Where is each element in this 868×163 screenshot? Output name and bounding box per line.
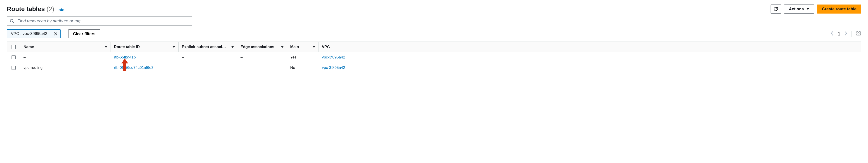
close-icon <box>54 32 57 36</box>
cell-main: Yes <box>287 55 319 60</box>
filter-chip-text: VPC : vpc-3f895a42 <box>8 31 50 36</box>
svg-line-1 <box>13 22 14 23</box>
column-header-main[interactable]: Main <box>287 42 319 52</box>
page-title: Route tables (2) <box>7 5 54 13</box>
column-header-edge-label: Edge associations <box>241 45 274 49</box>
column-header-explicit-label: Explicit subnet associ… <box>182 45 226 49</box>
route-table-id-link[interactable]: rtb-65fba41b <box>114 55 135 59</box>
route-table-id-link[interactable]: rtb-0f956cd74c01af6e3 <box>114 65 153 70</box>
title-text: Route tables <box>7 5 45 12</box>
cell-name: – <box>20 55 111 60</box>
cell-main: No <box>287 65 319 70</box>
chevron-left-icon <box>831 31 834 36</box>
svg-point-4 <box>858 33 859 34</box>
vpc-link[interactable]: vpc-3f895a42 <box>322 55 345 59</box>
gear-icon <box>856 31 861 36</box>
pager-prev-button[interactable] <box>831 31 834 37</box>
filter-chip-vpc[interactable]: VPC : vpc-3f895a42 <box>7 29 61 38</box>
cell-edge-assoc: – <box>237 65 287 70</box>
filter-chip-close-icon[interactable] <box>51 30 60 38</box>
column-header-main-label: Main <box>290 45 299 49</box>
sort-icon <box>173 46 175 48</box>
cell-explicit-assoc: – <box>179 55 237 60</box>
pager-next-button[interactable] <box>844 31 847 37</box>
column-header-explicit-assoc[interactable]: Explicit subnet associ… <box>179 42 237 52</box>
column-header-vpc-label: VPC <box>322 45 330 49</box>
create-route-table-button[interactable]: Create route table <box>817 4 861 13</box>
column-header-edge-assoc[interactable]: Edge associations <box>237 42 287 52</box>
select-all-checkbox[interactable] <box>11 45 16 49</box>
sort-icon <box>105 46 107 48</box>
row-checkbox[interactable] <box>11 55 16 59</box>
search-box[interactable] <box>7 16 192 26</box>
sort-icon <box>231 46 234 48</box>
cell-name: vpc-routing <box>20 65 111 70</box>
row-checkbox[interactable] <box>11 66 16 70</box>
actions-button[interactable]: Actions <box>784 4 814 13</box>
cell-edge-assoc: – <box>237 55 287 60</box>
actions-label: Actions <box>789 7 804 11</box>
table-row: vpc-routing rtb-0f956cd74c01af6e3 – – No… <box>7 63 861 73</box>
column-header-vpc[interactable]: VPC <box>319 42 364 52</box>
chevron-right-icon <box>844 31 847 36</box>
sort-icon <box>313 46 315 48</box>
select-all-column <box>7 42 20 52</box>
settings-button[interactable] <box>856 31 861 37</box>
pager-page-number: 1 <box>838 31 840 37</box>
search-icon <box>10 19 14 23</box>
refresh-icon <box>774 7 778 11</box>
search-input[interactable] <box>17 18 189 24</box>
svg-point-0 <box>10 20 13 22</box>
vpc-link[interactable]: vpc-3f895a42 <box>322 65 345 70</box>
sort-icon <box>281 46 284 48</box>
column-header-name-label: Name <box>24 45 34 49</box>
column-header-name[interactable]: Name <box>20 42 111 52</box>
clear-filters-button[interactable]: Clear filters <box>68 29 100 38</box>
caret-down-icon <box>807 8 809 10</box>
column-header-rtb-label: Route table ID <box>114 45 140 49</box>
refresh-button[interactable] <box>771 4 781 13</box>
item-count: (2) <box>46 5 54 12</box>
info-link[interactable]: Info <box>57 8 64 12</box>
cell-explicit-assoc: – <box>179 65 237 70</box>
route-tables-grid: Name Route table ID Explicit subnet asso… <box>7 41 861 73</box>
pager-separator <box>851 31 852 37</box>
table-row: – rtb-65fba41b – – Yes vpc-3f895a42 <box>7 52 861 63</box>
column-header-route-table-id[interactable]: Route table ID <box>111 42 179 52</box>
